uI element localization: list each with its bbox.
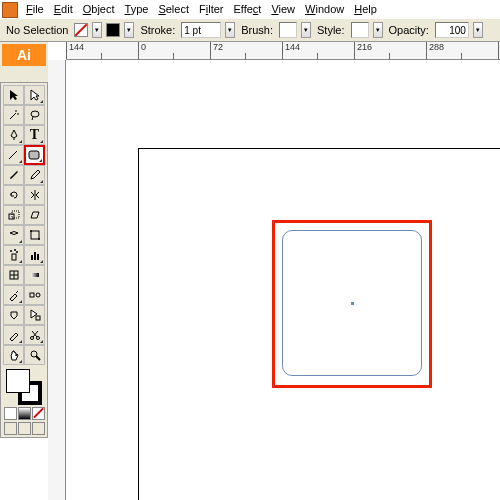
screen-mode-full[interactable] [32, 422, 45, 435]
selection-status: No Selection [4, 24, 70, 36]
svg-line-25 [36, 356, 40, 360]
svg-point-7 [38, 238, 40, 240]
fill-swatch[interactable] [74, 23, 88, 37]
fill-dropdown[interactable]: ▾ [92, 22, 102, 38]
svg-point-10 [14, 249, 16, 251]
path-center-point [351, 302, 354, 305]
svg-rect-19 [30, 293, 34, 297]
hand-tool[interactable] [3, 345, 24, 365]
app-badge: Ai [2, 44, 46, 66]
svg-point-6 [30, 230, 32, 232]
style-dropdown[interactable]: ▾ [373, 22, 383, 38]
warp-tool[interactable] [3, 225, 24, 245]
symbol-sprayer-tool[interactable] [3, 245, 24, 265]
svg-rect-5 [31, 231, 39, 239]
brush-label: Brush: [239, 24, 275, 36]
pencil-tool[interactable] [24, 165, 45, 185]
opacity-dropdown[interactable]: ▾ [473, 22, 483, 38]
canvas-area[interactable] [66, 60, 500, 500]
svg-point-11 [16, 251, 18, 253]
lasso-tool[interactable] [24, 105, 45, 125]
column-graph-tool[interactable] [24, 245, 45, 265]
menu-view[interactable]: View [267, 1, 299, 17]
menu-object[interactable]: Object [79, 1, 119, 17]
menu-window[interactable]: Window [301, 1, 348, 17]
scale-tool[interactable] [3, 205, 24, 225]
color-mode-solid[interactable] [4, 407, 17, 420]
options-bar: No Selection ▾ ▾ Stroke: 1 pt ▾ Brush: ▾… [0, 18, 500, 42]
svg-line-1 [9, 151, 17, 159]
style-label: Style: [315, 24, 347, 36]
svg-rect-12 [31, 255, 33, 260]
menu-help[interactable]: Help [350, 1, 381, 17]
rotate-tool[interactable] [3, 185, 24, 205]
ruler-tick: 72 [210, 42, 282, 59]
shear-tool[interactable] [24, 205, 45, 225]
zoom-tool[interactable] [24, 345, 45, 365]
color-controls [3, 369, 45, 435]
fill-color-box[interactable] [6, 369, 30, 393]
menu-select[interactable]: Select [154, 1, 193, 17]
ruler-tick: 0 [138, 42, 210, 59]
svg-point-20 [36, 293, 40, 297]
stroke-weight-input[interactable]: 1 pt [181, 22, 221, 38]
reflect-tool[interactable] [24, 185, 45, 205]
panel-strip: Ai [0, 42, 48, 82]
opacity-label: Opacity: [387, 24, 431, 36]
free-transform-tool[interactable] [24, 225, 45, 245]
svg-point-9 [10, 250, 12, 252]
svg-rect-13 [34, 252, 36, 260]
type-tool[interactable]: T [24, 125, 45, 145]
svg-point-0 [31, 111, 39, 117]
ruler-vertical[interactable] [48, 60, 66, 500]
ruler-tick: 144 [282, 42, 354, 59]
live-paint-selection-tool[interactable] [24, 305, 45, 325]
menu-type[interactable]: Type [121, 1, 153, 17]
mesh-tool[interactable] [3, 265, 24, 285]
stroke-weight-dropdown[interactable]: ▾ [225, 22, 235, 38]
menubar: FFileile Edit Object Type Select Filter … [22, 0, 381, 18]
app-icon [2, 2, 18, 18]
paintbrush-tool[interactable] [3, 165, 24, 185]
screen-mode-normal[interactable] [4, 422, 17, 435]
line-tool[interactable] [3, 145, 24, 165]
stroke-dropdown[interactable]: ▾ [124, 22, 134, 38]
selection-tool[interactable] [3, 85, 24, 105]
ruler-tick: 288 [426, 42, 498, 59]
brush-dropdown[interactable]: ▾ [301, 22, 311, 38]
svg-rect-18 [31, 273, 39, 277]
menu-file[interactable]: FFileile [22, 1, 48, 17]
svg-rect-14 [37, 254, 39, 260]
stroke-label: Stroke: [138, 24, 177, 36]
gradient-tool[interactable] [24, 265, 45, 285]
screen-mode-full-menu[interactable] [18, 422, 31, 435]
ruler-tick: 216 [354, 42, 426, 59]
svg-rect-8 [12, 254, 16, 260]
magic-wand-tool[interactable] [3, 105, 24, 125]
blend-tool[interactable] [24, 285, 45, 305]
stroke-swatch[interactable] [106, 23, 120, 37]
scissors-tool[interactable] [24, 325, 45, 345]
fill-stroke-indicator[interactable] [6, 369, 42, 405]
eyedropper-tool[interactable] [3, 285, 24, 305]
live-paint-tool[interactable] [3, 305, 24, 325]
ruler-horizontal[interactable]: 144 0 72 144 216 288 360 432 504 576 [66, 42, 500, 60]
svg-rect-2 [29, 151, 39, 159]
pen-tool[interactable] [3, 125, 24, 145]
color-mode-none[interactable] [32, 407, 45, 420]
brush-select[interactable] [279, 22, 297, 38]
slice-tool[interactable] [3, 325, 24, 345]
ruler-tick: 144 [66, 42, 138, 59]
rounded-rectangle-tool[interactable] [24, 145, 45, 165]
color-mode-gradient[interactable] [18, 407, 31, 420]
opacity-input[interactable] [435, 22, 469, 38]
svg-rect-21 [36, 316, 40, 320]
style-select[interactable] [351, 22, 369, 38]
toolbox: T [0, 82, 48, 438]
menu-filter[interactable]: Filter [195, 1, 227, 17]
direct-selection-tool[interactable] [24, 85, 45, 105]
menu-effect[interactable]: Effect [229, 1, 265, 17]
menu-edit[interactable]: Edit [50, 1, 77, 17]
